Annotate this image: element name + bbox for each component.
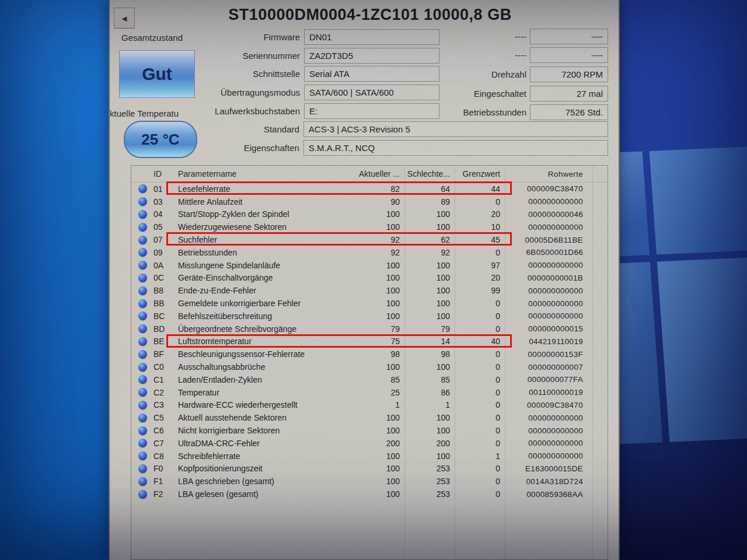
row-status-icon-cell bbox=[131, 274, 153, 282]
cell-current: 100 bbox=[354, 312, 404, 321]
blue-sphere-icon bbox=[138, 490, 147, 499]
cell-threshold: 20 bbox=[455, 273, 505, 282]
blue-sphere-icon bbox=[138, 274, 147, 282]
smart-table-row[interactable]: BELuftstromtemperatur751440044219110019 bbox=[131, 335, 608, 348]
cell-parametername: Misslungene Spindelanläufe bbox=[172, 261, 354, 270]
cell-threshold: 0 bbox=[455, 248, 505, 257]
cell-raw: 044219110019 bbox=[505, 337, 592, 346]
stat-field-value-box: 7526 Std. bbox=[530, 104, 608, 120]
cell-threshold: 0 bbox=[455, 388, 505, 397]
cell-id: 09 bbox=[153, 248, 172, 257]
smart-table-row[interactable]: 01Lesefehlerrate826444000009C38470 bbox=[131, 183, 608, 195]
blue-sphere-icon bbox=[138, 401, 147, 410]
cell-parametername: Mittlere Anlaufzeit bbox=[172, 197, 354, 206]
smart-table-row[interactable]: C3Hardware-ECC wiederhergestellt11000000… bbox=[131, 399, 608, 412]
cell-id: BB bbox=[153, 299, 172, 308]
row-status-icon-cell bbox=[131, 286, 153, 295]
smart-table-row[interactable]: BDÜbergeordnete Schreibvorgänge797900000… bbox=[131, 323, 608, 335]
smart-table-row[interactable]: F2LBA gelesen (gesamt)10025300000859368A… bbox=[131, 488, 608, 501]
crystaldiskinfo-window: ◄ ST10000DM0004-1ZC101 10000,8 GB Gesamt… bbox=[109, 0, 620, 560]
header-id[interactable]: ID bbox=[153, 169, 172, 178]
smart-table-row[interactable]: F1LBA geschrieben (gesamt)10025300014A31… bbox=[131, 475, 608, 488]
smart-table-row[interactable]: C7UltraDMA-CRC-Fehler2002000000000000000 bbox=[131, 437, 608, 450]
smart-table-row[interactable]: 07Suchfehler92624500005D6B11BE bbox=[131, 233, 608, 246]
cell-raw: 0000000077FA bbox=[505, 375, 592, 384]
blue-sphere-icon bbox=[138, 184, 147, 193]
cell-worst: 100 bbox=[404, 362, 455, 372]
cell-worst: 92 bbox=[404, 248, 455, 257]
smart-table-row[interactable]: C1Laden/Entladen-Zyklen858500000000077FA bbox=[131, 373, 608, 386]
info-field-label: Laufwerksbuchstaben bbox=[110, 106, 304, 116]
cell-id: C2 bbox=[153, 388, 172, 397]
smart-table-row[interactable]: BFBeschleunigungssensor-Fehlerrate989800… bbox=[131, 348, 608, 360]
cell-threshold: 0 bbox=[455, 375, 505, 384]
smart-table-row[interactable]: BCBefehlszeitüberschreitung1001000000000… bbox=[131, 310, 608, 323]
smart-table-row[interactable]: C8Schreibfehlerrate1001001000000000000 bbox=[131, 450, 608, 463]
info-field-value: ACS-3 | ACS-3 Revision 5 bbox=[309, 124, 410, 134]
cell-worst: 100 bbox=[404, 312, 455, 321]
smart-table-row[interactable]: BBGemeldete unkorrigierbare Fehler100100… bbox=[131, 297, 608, 310]
cell-threshold: 10 bbox=[455, 222, 505, 232]
cell-parametername: Schreibfehlerrate bbox=[172, 452, 354, 461]
row-status-icon-cell bbox=[131, 324, 153, 333]
info-field-value-box: ACS-3 | ACS-3 Revision 5 bbox=[303, 121, 608, 137]
smart-table-row[interactable]: B8Ende-zu-Ende-Fehler1001009900000000000… bbox=[131, 284, 608, 297]
row-status-icon-cell bbox=[131, 414, 153, 422]
cell-current: 100 bbox=[354, 299, 404, 308]
cell-threshold: 0 bbox=[455, 413, 505, 422]
blue-sphere-icon bbox=[138, 350, 147, 359]
header-threshold[interactable]: Grenzwert bbox=[455, 169, 505, 178]
smart-attribute-table: ID Parametername Aktueller ... Schlechte… bbox=[131, 165, 608, 560]
cell-id: 01 bbox=[153, 184, 172, 194]
cell-threshold: 0 bbox=[455, 489, 505, 499]
cell-parametername: LBA gelesen (gesamt) bbox=[172, 489, 354, 499]
header-raw[interactable]: Rohwerte bbox=[505, 170, 592, 178]
drive-title: ST10000DM0004-1ZC101 10000,8 GB bbox=[145, 6, 595, 27]
smart-table-row[interactable]: 03Mittlere Anlaufzeit90890000000000000 bbox=[131, 195, 608, 208]
cell-id: C6 bbox=[153, 426, 172, 435]
back-arrow-icon: ◄ bbox=[120, 13, 129, 23]
cell-id: BF bbox=[153, 349, 172, 359]
stat-field-value-box: ---- bbox=[530, 47, 608, 63]
cell-parametername: Nicht korrigierbare Sektoren bbox=[172, 426, 354, 435]
header-current[interactable]: Aktueller ... bbox=[354, 169, 404, 178]
smart-table-row[interactable]: 0CGeräte-Einschaltvorgänge10010020000000… bbox=[131, 272, 608, 285]
cell-parametername: Suchfehler bbox=[172, 235, 354, 244]
stat-field-label: Eingeschaltet bbox=[343, 89, 530, 99]
smart-table-row[interactable]: 05Wiederzugewiesene Sektoren100100100000… bbox=[131, 220, 608, 233]
cell-parametername: Wiederzugewiesene Sektoren bbox=[172, 222, 354, 232]
cell-worst: 100 bbox=[404, 426, 455, 435]
blue-sphere-icon bbox=[138, 286, 147, 295]
header-worst[interactable]: Schlechte... bbox=[404, 169, 455, 178]
cell-parametername: Aktuell ausstehende Sektoren bbox=[172, 413, 354, 422]
blue-sphere-icon bbox=[138, 210, 147, 219]
smart-table-row[interactable]: 04Start/Stopp-Zyklen der Spindel10010020… bbox=[131, 208, 608, 221]
smart-table-row[interactable]: 09Betriebsstunden929206B0500001D66 bbox=[131, 246, 608, 259]
smart-table-header: ID Parametername Aktueller ... Schlechte… bbox=[131, 166, 608, 183]
blue-sphere-icon bbox=[138, 452, 147, 460]
back-button[interactable]: ◄ bbox=[114, 8, 135, 29]
row-status-icon-cell bbox=[131, 197, 153, 206]
stat-field-value: 7526 Std. bbox=[566, 107, 603, 117]
cell-threshold: 45 bbox=[455, 235, 505, 244]
smart-table-row[interactable]: C2Temperatur25860001100000019 bbox=[131, 386, 608, 399]
cell-current: 82 bbox=[354, 184, 404, 194]
smart-table-row[interactable]: C5Aktuell ausstehende Sektoren1001000000… bbox=[131, 411, 608, 424]
cell-worst: 89 bbox=[404, 197, 455, 206]
cell-raw: 000000000000 bbox=[505, 197, 592, 206]
cell-id: C5 bbox=[153, 413, 172, 422]
smart-table-row[interactable]: C6Nicht korrigierbare Sektoren1001000000… bbox=[131, 424, 608, 437]
smart-table-row[interactable]: 0AMisslungene Spindelanläufe100100970000… bbox=[131, 259, 608, 272]
smart-table-row[interactable]: C0Ausschaltungsabbrüche10010000000000000… bbox=[131, 360, 608, 373]
smart-table-row[interactable]: F0Kopfpositionierungszeit1002530E1630000… bbox=[131, 463, 608, 475]
cell-worst: 1 bbox=[404, 400, 455, 410]
header-parametername[interactable]: Parametername bbox=[172, 169, 354, 178]
row-status-icon-cell bbox=[131, 388, 153, 397]
blue-sphere-icon bbox=[138, 223, 147, 232]
row-status-icon-cell bbox=[131, 464, 153, 473]
cell-threshold: 44 bbox=[455, 184, 505, 194]
cell-raw: 000000000000 bbox=[505, 452, 592, 460]
cell-id: 05 bbox=[153, 222, 172, 232]
cell-threshold: 0 bbox=[455, 197, 505, 206]
info-field-value: DN01 bbox=[309, 32, 331, 42]
